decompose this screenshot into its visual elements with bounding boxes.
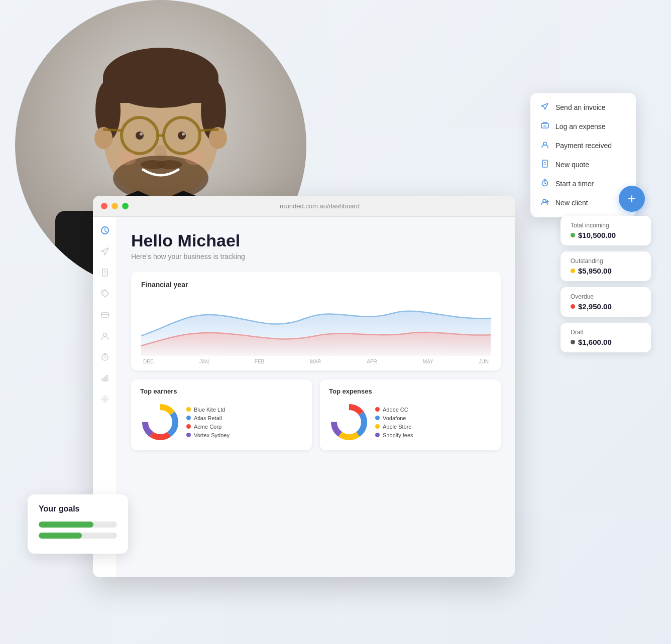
legend-item: Vodafone bbox=[375, 415, 413, 421]
svg-rect-7 bbox=[103, 78, 218, 103]
action-send-invoice[interactable]: Send an invoice bbox=[530, 98, 636, 117]
goals-card: Your goals bbox=[28, 494, 128, 554]
sidebar-icon-tag[interactable] bbox=[99, 288, 110, 299]
svg-line-17 bbox=[103, 130, 122, 131]
top-expenses-row: Adobe CC Vodafone Apple Store Shopi bbox=[329, 402, 492, 442]
top-earners-row: Blue Kite Ltd Atlas Retail Acme Corp bbox=[140, 402, 303, 442]
svg-point-28 bbox=[185, 151, 205, 165]
progress-bar-1 bbox=[39, 522, 117, 528]
dot-green bbox=[122, 203, 129, 209]
top-earners-donut bbox=[140, 402, 180, 442]
legend-dot bbox=[186, 433, 191, 437]
action-new-quote[interactable]: New quote bbox=[530, 155, 636, 174]
action-start-timer[interactable]: Start a timer bbox=[530, 174, 636, 193]
stat-label: Total incoming bbox=[571, 222, 641, 229]
action-payment-received[interactable]: Payment received bbox=[530, 136, 636, 155]
stat-total-incoming: Total incoming $10,500.00 bbox=[561, 216, 651, 245]
stat-value: $10,500.00 bbox=[571, 231, 641, 239]
legend-dot bbox=[186, 407, 191, 412]
stat-dot bbox=[571, 304, 575, 309]
chart-label-jan: JAN bbox=[199, 359, 209, 364]
top-earners-title: Top earners bbox=[140, 388, 303, 395]
legend-dot bbox=[186, 416, 191, 420]
stat-dot bbox=[571, 233, 575, 237]
chart-label-apr: APR bbox=[367, 359, 377, 364]
legend-dot bbox=[186, 424, 191, 429]
sidebar-icon-person[interactable] bbox=[99, 330, 110, 341]
top-earners-card: Top earners bbox=[131, 379, 312, 450]
legend-item: Blue Kite Ltd bbox=[186, 407, 230, 413]
top-expenses-card: Top expenses Ad bbox=[320, 379, 501, 450]
svg-rect-45 bbox=[101, 313, 108, 317]
action-log-expense[interactable]: Log an expense bbox=[530, 117, 636, 136]
chart-title: Financial year bbox=[141, 281, 491, 289]
legend-dot bbox=[375, 433, 380, 437]
log-expense-icon bbox=[540, 121, 549, 132]
main-content: Hello Michael Here's how your business i… bbox=[117, 217, 515, 577]
dot-yellow bbox=[111, 203, 118, 209]
new-client-icon bbox=[540, 198, 549, 208]
svg-rect-50 bbox=[102, 378, 103, 381]
sidebar-icon-timer[interactable] bbox=[99, 351, 110, 362]
dot-red bbox=[101, 203, 107, 209]
chart-label-jun: JUN bbox=[479, 359, 488, 364]
svg-rect-51 bbox=[104, 377, 105, 381]
chart-label-feb: FEB bbox=[255, 359, 264, 364]
legend-item: Atlas Retail bbox=[186, 415, 230, 421]
sidebar-icon-card[interactable] bbox=[99, 309, 110, 320]
send-invoice-icon bbox=[540, 102, 549, 112]
stat-outstanding: Outstanding $5,950.00 bbox=[561, 251, 651, 281]
stat-value: $1,600.00 bbox=[571, 338, 641, 346]
svg-point-27 bbox=[117, 151, 137, 165]
stat-dot bbox=[571, 340, 575, 344]
svg-point-22 bbox=[182, 133, 185, 136]
stat-label: Outstanding bbox=[571, 257, 641, 265]
chart-label-may: MAY bbox=[423, 359, 433, 364]
sidebar-icon-settings[interactable] bbox=[99, 394, 110, 405]
plus-button[interactable]: + bbox=[619, 186, 645, 212]
top-expenses-donut bbox=[329, 402, 369, 442]
greeting-title: Hello Michael bbox=[131, 231, 501, 250]
chart-card: Financial year bbox=[131, 272, 501, 370]
chart-labels: DEC JAN FEB MAR APR MAY JUN bbox=[141, 359, 491, 364]
legend-item: Vortex Sydney bbox=[186, 432, 230, 438]
sidebar-icon-chart[interactable] bbox=[99, 372, 110, 383]
svg-point-31 bbox=[543, 142, 546, 145]
svg-rect-32 bbox=[542, 160, 547, 167]
stats-area: Total incoming $10,500.00 Outstanding $5… bbox=[561, 216, 651, 352]
svg-point-21 bbox=[140, 133, 143, 136]
stat-overdue: Overdue $2,950.00 bbox=[561, 287, 651, 317]
svg-point-37 bbox=[543, 199, 546, 202]
progress-bar-fill-2 bbox=[39, 533, 82, 539]
svg-point-63 bbox=[338, 411, 360, 433]
svg-point-44 bbox=[102, 292, 103, 293]
new-quote-icon bbox=[540, 160, 549, 170]
stat-label: Draft bbox=[571, 329, 641, 336]
browser-url: rounded.com.au/dashboard bbox=[133, 202, 507, 210]
legend-dot bbox=[375, 424, 380, 429]
chart-area bbox=[141, 296, 491, 356]
svg-rect-41 bbox=[102, 269, 107, 276]
sidebar-icon-send[interactable] bbox=[99, 246, 110, 257]
svg-point-20 bbox=[178, 132, 186, 140]
top-expenses-title: Top expenses bbox=[329, 388, 492, 395]
legend-item: Acme Corp bbox=[186, 424, 230, 430]
sidebar-icon-dashboard[interactable] bbox=[99, 225, 110, 236]
legend-item: Shopify fees bbox=[375, 432, 413, 438]
legend-item: Apple Store bbox=[375, 424, 413, 430]
top-earners-legend: Blue Kite Ltd Atlas Retail Acme Corp bbox=[186, 407, 230, 438]
svg-point-47 bbox=[103, 333, 106, 337]
sidebar-icon-document[interactable] bbox=[99, 267, 110, 278]
svg-line-18 bbox=[200, 130, 218, 131]
greeting-subtitle: Here's how your business is tracking bbox=[131, 252, 501, 261]
svg-point-19 bbox=[136, 132, 144, 140]
legend-item: Adobe CC bbox=[375, 407, 413, 413]
progress-bar-2 bbox=[39, 533, 117, 539]
start-timer-icon bbox=[540, 179, 549, 189]
chart-label-mar: MAR bbox=[310, 359, 321, 364]
svg-point-26 bbox=[157, 160, 182, 169]
goals-title: Your goals bbox=[39, 504, 117, 513]
progress-bar-fill-1 bbox=[39, 522, 93, 528]
top-expenses-legend: Adobe CC Vodafone Apple Store Shopi bbox=[375, 407, 413, 438]
stat-value: $5,950.00 bbox=[571, 267, 641, 275]
